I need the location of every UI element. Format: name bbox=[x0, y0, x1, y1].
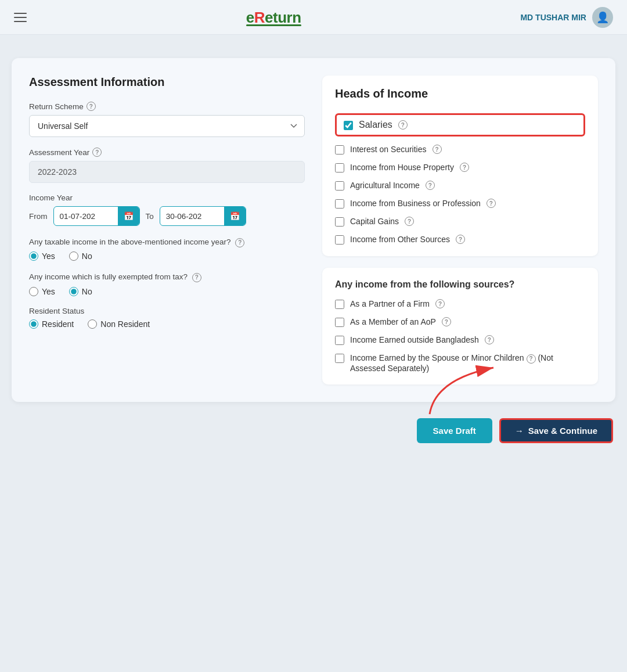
save-continue-button[interactable]: → Save & Continue bbox=[499, 418, 613, 443]
member-aop-label: As a Member of an AoP bbox=[350, 317, 436, 326]
from-date-picker-button[interactable]: 📅 bbox=[118, 207, 139, 225]
arrow-icon: → bbox=[515, 426, 524, 436]
business-profession-label: Income from Business or Profession bbox=[350, 199, 481, 208]
from-date-wrap: 📅 bbox=[53, 206, 140, 226]
income-year-label: Income Year bbox=[29, 193, 305, 202]
interest-securities-item: Interest on Securities ? bbox=[335, 145, 585, 154]
other-sources-checkbox[interactable] bbox=[335, 235, 344, 245]
heads-of-income-title: Heads of Income bbox=[335, 87, 585, 100]
logo-r-red: R bbox=[254, 9, 265, 26]
member-aop-item: As a Member of an AoP ? bbox=[335, 317, 585, 327]
from-label: From bbox=[29, 212, 48, 221]
resident-radio[interactable] bbox=[29, 319, 38, 329]
income-year-group: Income Year From 📅 To 📅 bbox=[29, 193, 305, 226]
non-resident-label[interactable]: Non Resident bbox=[88, 319, 150, 329]
return-scheme-group: Return Scheme ? Universal Self Normal Si… bbox=[29, 102, 305, 137]
member-aop-help-icon[interactable]: ? bbox=[442, 317, 451, 326]
salaries-highlight-box: Salaries ? bbox=[335, 113, 585, 136]
non-resident-radio[interactable] bbox=[88, 319, 97, 329]
salaries-label: Salaries bbox=[359, 120, 392, 130]
house-property-checkbox[interactable] bbox=[335, 163, 344, 173]
partner-firm-item: As a Partner of a Firm ? bbox=[335, 299, 585, 309]
partner-firm-checkbox[interactable] bbox=[335, 300, 344, 309]
two-column-layout: Assessment Information Return Scheme ? U… bbox=[29, 76, 598, 384]
return-scheme-label: Return Scheme ? bbox=[29, 102, 305, 111]
right-panel: Heads of Income Salaries ? Interest on S… bbox=[322, 76, 598, 384]
main-card: Assessment Information Return Scheme ? U… bbox=[12, 58, 615, 402]
taxable-help-icon[interactable]: ? bbox=[235, 238, 244, 247]
business-profession-checkbox[interactable] bbox=[335, 199, 344, 209]
save-draft-button[interactable]: Save Draft bbox=[417, 418, 492, 443]
agricultural-label: Agricultural Income bbox=[350, 181, 420, 190]
footer-area: Save Draft → Save & Continue bbox=[12, 418, 615, 443]
house-property-help-icon[interactable]: ? bbox=[460, 163, 469, 172]
taxable-yes-label[interactable]: Yes bbox=[29, 251, 55, 261]
user-info: MD TUSHAR MIR 👤 bbox=[520, 7, 613, 28]
spouse-minor-help-icon[interactable]: ? bbox=[527, 354, 536, 364]
other-income-title: Any income from the following sources? bbox=[335, 279, 585, 290]
taxable-no-label[interactable]: No bbox=[69, 251, 92, 261]
spouse-minor-label: Income Earned by the Spouse or Minor Chi… bbox=[350, 353, 585, 373]
agricultural-checkbox[interactable] bbox=[335, 181, 344, 191]
other-sources-help-icon[interactable]: ? bbox=[456, 235, 465, 244]
other-sources-item: Income from Other Sources ? bbox=[335, 235, 585, 245]
to-date-wrap: 📅 bbox=[160, 206, 246, 226]
capital-gains-help-icon[interactable]: ? bbox=[405, 217, 414, 226]
to-date-input[interactable] bbox=[160, 207, 224, 225]
outside-bd-help-icon[interactable]: ? bbox=[485, 335, 494, 344]
exempt-income-question: Any income which is fully exempted from … bbox=[29, 271, 305, 283]
agricultural-item: Agricultural Income ? bbox=[335, 181, 585, 191]
taxable-no-radio[interactable] bbox=[69, 251, 78, 261]
interest-securities-help-icon[interactable]: ? bbox=[433, 145, 442, 154]
assessment-title: Assessment Information bbox=[29, 76, 305, 89]
assessment-year-group: Assessment Year ? bbox=[29, 148, 305, 183]
avatar: 👤 bbox=[592, 7, 613, 28]
capital-gains-item: Capital Gains ? bbox=[335, 217, 585, 227]
save-continue-label: Save & Continue bbox=[528, 426, 597, 436]
exempt-no-label[interactable]: No bbox=[69, 287, 92, 296]
menu-button[interactable] bbox=[14, 13, 27, 22]
from-date-input[interactable] bbox=[54, 207, 118, 225]
resident-status-label: Resident Status bbox=[29, 307, 305, 315]
assessment-panel: Assessment Information Return Scheme ? U… bbox=[29, 76, 305, 384]
salaries-checkbox[interactable] bbox=[344, 121, 353, 130]
interest-securities-label: Interest on Securities bbox=[350, 145, 427, 154]
exempt-yes-label[interactable]: Yes bbox=[29, 287, 55, 296]
taxable-radio-group: Yes No bbox=[29, 251, 305, 261]
return-scheme-select[interactable]: Universal Self Normal Simplified bbox=[29, 115, 305, 137]
app-header: eReturn MD TUSHAR MIR 👤 bbox=[0, 0, 627, 35]
heads-of-income-box: Heads of Income Salaries ? Interest on S… bbox=[322, 76, 598, 256]
outside-bd-checkbox[interactable] bbox=[335, 336, 344, 345]
member-aop-checkbox[interactable] bbox=[335, 318, 344, 327]
assessment-year-label: Assessment Year ? bbox=[29, 148, 305, 157]
salaries-help-icon[interactable]: ? bbox=[398, 120, 408, 130]
resident-label[interactable]: Resident bbox=[29, 319, 74, 329]
business-profession-help-icon[interactable]: ? bbox=[487, 199, 496, 208]
username-label: MD TUSHAR MIR bbox=[520, 13, 586, 22]
taxable-income-question: Any taxable income in the above-mentione… bbox=[29, 236, 305, 248]
resident-radio-group: Resident Non Resident bbox=[29, 319, 305, 329]
other-income-sources-box: Any income from the following sources? A… bbox=[322, 268, 598, 384]
capital-gains-checkbox[interactable] bbox=[335, 217, 344, 227]
exempt-help-icon[interactable]: ? bbox=[192, 273, 201, 282]
taxable-yes-radio[interactable] bbox=[29, 251, 38, 261]
partner-firm-help-icon[interactable]: ? bbox=[435, 299, 445, 308]
business-profession-item: Income from Business or Profession ? bbox=[335, 199, 585, 209]
spouse-minor-checkbox[interactable] bbox=[335, 354, 344, 363]
interest-securities-checkbox[interactable] bbox=[335, 145, 344, 154]
exempt-no-radio[interactable] bbox=[69, 287, 78, 296]
income-year-row: From 📅 To 📅 bbox=[29, 206, 305, 226]
taxable-income-group: Any taxable income in the above-mentione… bbox=[29, 236, 305, 261]
resident-status-group: Resident Status Resident Non Resident bbox=[29, 307, 305, 329]
to-date-picker-button[interactable]: 📅 bbox=[224, 207, 246, 225]
agricultural-help-icon[interactable]: ? bbox=[426, 181, 435, 190]
exempt-income-group: Any income which is fully exempted from … bbox=[29, 271, 305, 296]
assessment-year-help-icon[interactable]: ? bbox=[92, 148, 102, 157]
outside-bd-label: Income Earned outside Bangladesh bbox=[350, 335, 479, 344]
return-scheme-help-icon[interactable]: ? bbox=[87, 102, 96, 111]
logo-rest: eturn bbox=[265, 9, 301, 26]
assessment-year-input bbox=[29, 161, 305, 183]
partner-firm-label: As a Partner of a Firm bbox=[350, 299, 430, 308]
exempt-yes-radio[interactable] bbox=[29, 287, 38, 296]
logo-e: e bbox=[246, 9, 254, 26]
